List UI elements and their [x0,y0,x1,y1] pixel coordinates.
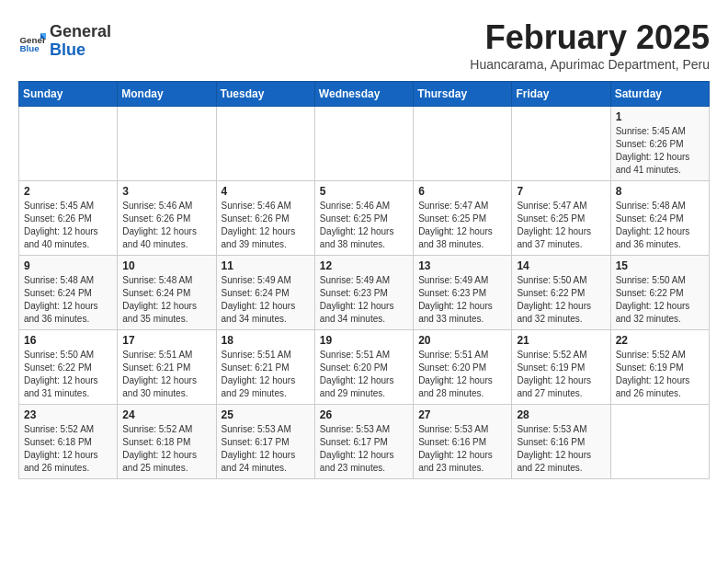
day-info: Sunrise: 5:46 AMSunset: 6:25 PMDaylight:… [320,200,408,251]
day-number: 1 [616,110,704,123]
day-info: Sunrise: 5:51 AMSunset: 6:20 PMDaylight:… [320,349,408,400]
day-info: Sunrise: 5:50 AMSunset: 6:22 PMDaylight:… [24,349,112,400]
day-number: 16 [24,334,112,347]
calendar-cell [610,405,709,479]
calendar-cell: 8Sunrise: 5:48 AMSunset: 6:24 PMDaylight… [610,181,709,256]
calendar-cell: 4Sunrise: 5:46 AMSunset: 6:26 PMDaylight… [216,181,314,256]
day-info: Sunrise: 5:52 AMSunset: 6:19 PMDaylight:… [517,349,605,400]
calendar-cell: 18Sunrise: 5:51 AMSunset: 6:21 PMDayligh… [216,330,314,405]
calendar-cell: 17Sunrise: 5:51 AMSunset: 6:21 PMDayligh… [118,330,216,405]
day-info: Sunrise: 5:49 AMSunset: 6:23 PMDaylight:… [320,274,408,326]
day-number: 7 [517,185,605,198]
day-info: Sunrise: 5:46 AMSunset: 6:26 PMDaylight:… [222,200,310,251]
day-info: Sunrise: 5:50 AMSunset: 6:22 PMDaylight:… [517,274,605,326]
calendar-cell: 25Sunrise: 5:53 AMSunset: 6:17 PMDayligh… [216,405,314,479]
day-info: Sunrise: 5:51 AMSunset: 6:20 PMDaylight:… [418,349,506,400]
logo-text: General Blue [50,23,111,60]
day-info: Sunrise: 5:52 AMSunset: 6:18 PMDaylight:… [24,423,112,475]
day-number: 28 [517,408,605,421]
day-number: 12 [320,259,408,272]
day-info: Sunrise: 5:47 AMSunset: 6:25 PMDaylight:… [517,200,605,251]
day-number: 26 [320,408,408,421]
page-header: General Blue General Blue February 2025 … [18,18,710,72]
calendar-cell: 9Sunrise: 5:48 AMSunset: 6:24 PMDaylight… [19,256,118,330]
calendar-header: SundayMondayTuesdayWednesdayThursdayFrid… [19,82,710,107]
calendar-week-5: 23Sunrise: 5:52 AMSunset: 6:18 PMDayligh… [19,405,710,479]
title-section: February 2025 Huancarama, Apurimac Depar… [470,18,710,72]
day-info: Sunrise: 5:51 AMSunset: 6:21 PMDaylight:… [122,349,210,400]
calendar-cell: 2Sunrise: 5:45 AMSunset: 6:26 PMDaylight… [19,181,118,256]
calendar-cell: 15Sunrise: 5:50 AMSunset: 6:22 PMDayligh… [610,256,709,330]
day-number: 6 [418,185,506,198]
day-info: Sunrise: 5:48 AMSunset: 6:24 PMDaylight:… [122,274,210,326]
logo-blue: Blue [50,41,111,60]
calendar-cell: 27Sunrise: 5:53 AMSunset: 6:16 PMDayligh… [414,405,512,479]
day-info: Sunrise: 5:49 AMSunset: 6:23 PMDaylight:… [418,274,506,326]
day-info: Sunrise: 5:52 AMSunset: 6:19 PMDaylight:… [616,349,704,400]
calendar-cell: 11Sunrise: 5:49 AMSunset: 6:24 PMDayligh… [216,256,314,330]
calendar-week-4: 16Sunrise: 5:50 AMSunset: 6:22 PMDayligh… [19,330,710,405]
day-number: 23 [24,408,112,421]
location-title: Huancarama, Apurimac Department, Peru [470,57,710,72]
weekday-header-sunday: Sunday [19,82,118,107]
calendar-cell [19,107,118,181]
calendar-week-1: 1Sunrise: 5:45 AMSunset: 6:26 PMDaylight… [19,107,710,181]
calendar-cell: 21Sunrise: 5:52 AMSunset: 6:19 PMDayligh… [512,330,610,405]
day-number: 14 [517,259,605,272]
day-info: Sunrise: 5:45 AMSunset: 6:26 PMDaylight:… [24,200,112,251]
calendar-cell: 22Sunrise: 5:52 AMSunset: 6:19 PMDayligh… [610,330,709,405]
calendar-cell: 24Sunrise: 5:52 AMSunset: 6:18 PMDayligh… [118,405,216,479]
weekday-row: SundayMondayTuesdayWednesdayThursdayFrid… [19,82,710,107]
day-info: Sunrise: 5:49 AMSunset: 6:24 PMDaylight:… [222,274,310,326]
calendar-cell: 26Sunrise: 5:53 AMSunset: 6:17 PMDayligh… [314,405,413,479]
day-info: Sunrise: 5:53 AMSunset: 6:17 PMDaylight:… [222,423,310,475]
day-number: 20 [418,334,506,347]
day-number: 2 [24,185,112,198]
calendar-cell: 14Sunrise: 5:50 AMSunset: 6:22 PMDayligh… [512,256,610,330]
day-number: 21 [517,334,605,347]
day-info: Sunrise: 5:53 AMSunset: 6:17 PMDaylight:… [320,423,408,475]
day-number: 27 [418,408,506,421]
day-number: 8 [616,185,704,198]
day-info: Sunrise: 5:46 AMSunset: 6:26 PMDaylight:… [122,200,210,251]
calendar-cell: 28Sunrise: 5:53 AMSunset: 6:16 PMDayligh… [512,405,610,479]
weekday-header-saturday: Saturday [610,82,709,107]
day-info: Sunrise: 5:52 AMSunset: 6:18 PMDaylight:… [122,423,210,475]
day-info: Sunrise: 5:53 AMSunset: 6:16 PMDaylight:… [517,423,605,475]
calendar-cell: 19Sunrise: 5:51 AMSunset: 6:20 PMDayligh… [314,330,413,405]
calendar-cell [414,107,512,181]
day-info: Sunrise: 5:48 AMSunset: 6:24 PMDaylight:… [616,200,704,251]
calendar-cell: 23Sunrise: 5:52 AMSunset: 6:18 PMDayligh… [19,405,118,479]
svg-text:Blue: Blue [20,42,40,52]
calendar-cell: 3Sunrise: 5:46 AMSunset: 6:26 PMDaylight… [118,181,216,256]
calendar-week-3: 9Sunrise: 5:48 AMSunset: 6:24 PMDaylight… [19,256,710,330]
calendar-cell: 10Sunrise: 5:48 AMSunset: 6:24 PMDayligh… [118,256,216,330]
calendar-cell [512,107,610,181]
day-info: Sunrise: 5:50 AMSunset: 6:22 PMDaylight:… [616,274,704,326]
day-number: 9 [24,259,112,272]
day-number: 19 [320,334,408,347]
day-info: Sunrise: 5:45 AMSunset: 6:26 PMDaylight:… [616,125,704,177]
calendar-cell: 20Sunrise: 5:51 AMSunset: 6:20 PMDayligh… [414,330,512,405]
weekday-header-monday: Monday [118,82,216,107]
day-number: 17 [122,334,210,347]
day-info: Sunrise: 5:47 AMSunset: 6:25 PMDaylight:… [418,200,506,251]
calendar-table: SundayMondayTuesdayWednesdayThursdayFrid… [18,81,710,479]
calendar-cell: 5Sunrise: 5:46 AMSunset: 6:25 PMDaylight… [314,181,413,256]
calendar-cell: 7Sunrise: 5:47 AMSunset: 6:25 PMDaylight… [512,181,610,256]
month-title: February 2025 [470,18,710,57]
day-number: 3 [122,185,210,198]
day-number: 18 [222,334,310,347]
day-number: 11 [222,259,310,272]
weekday-header-thursday: Thursday [414,82,512,107]
calendar-cell: 12Sunrise: 5:49 AMSunset: 6:23 PMDayligh… [314,256,413,330]
day-info: Sunrise: 5:48 AMSunset: 6:24 PMDaylight:… [24,274,112,326]
day-info: Sunrise: 5:53 AMSunset: 6:16 PMDaylight:… [418,423,506,475]
calendar-cell [314,107,413,181]
day-number: 25 [222,408,310,421]
calendar-cell: 6Sunrise: 5:47 AMSunset: 6:25 PMDaylight… [414,181,512,256]
calendar-cell [118,107,216,181]
weekday-header-wednesday: Wednesday [314,82,413,107]
weekday-header-friday: Friday [512,82,610,107]
calendar-cell [216,107,314,181]
